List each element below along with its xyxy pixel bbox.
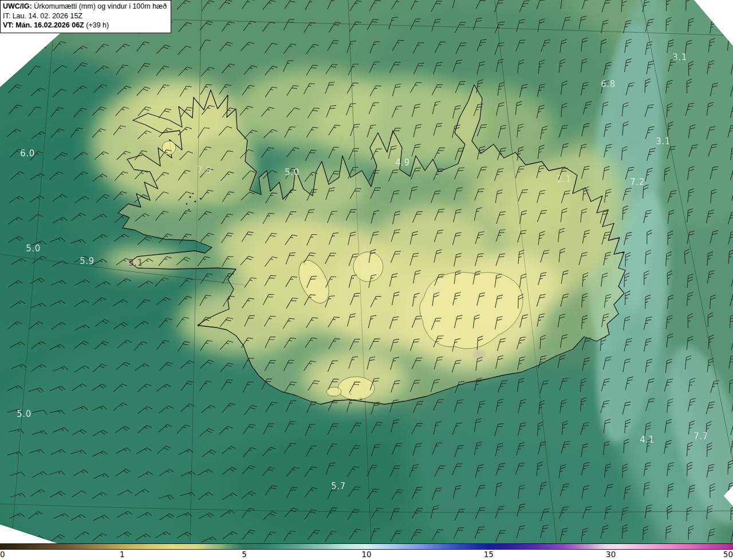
model-name: UWC/IG: xyxy=(3,2,32,10)
valid-time: VT: Mán. 16.02.2026 06Z xyxy=(3,21,84,29)
colorbar-tick-label: 5 xyxy=(242,550,247,559)
colorbar-gradient xyxy=(0,543,733,550)
colorbar-tick-label: 30 xyxy=(606,550,616,559)
legend-box: UWC/IG: Úrkomumætti (mm) og vindur i 100… xyxy=(0,0,171,33)
field-blob xyxy=(235,435,418,538)
map-canvas xyxy=(0,0,733,543)
colorbar-tick-label: 0 xyxy=(0,550,5,559)
colorbar-tick-label: 1 xyxy=(120,550,125,559)
init-time-line: IT: Lau. 14. 02. 2026 15Z xyxy=(3,11,167,21)
colorbar-tick-label: 10 xyxy=(361,550,371,559)
colorbar-tick-label: 50 xyxy=(723,550,733,559)
weather-map-screenshot: 6.05.05.93.17.05.04.92.16.83.13.17.25.05… xyxy=(0,0,733,560)
colorbar-labels: 01510153050 xyxy=(0,550,733,560)
colorbar-tick-label: 15 xyxy=(484,550,494,559)
legend-title-line: UWC/IG: Úrkomumætti (mm) og vindur i 100… xyxy=(3,2,167,11)
map-title: Úrkomumætti (mm) og vindur i 100m hæð xyxy=(34,2,167,10)
forecast-hour: (+39 h) xyxy=(86,21,109,29)
valid-time-line: VT: Mán. 16.02.2026 06Z (+39 h) xyxy=(3,21,167,30)
